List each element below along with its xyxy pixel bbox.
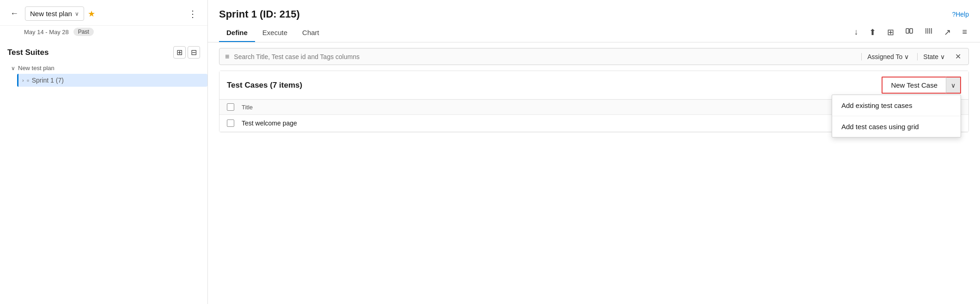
folder-icon: ▫ xyxy=(27,77,29,84)
assigned-to-dropdown[interactable]: Assigned To ∨ xyxy=(861,53,909,60)
row-checkbox[interactable] xyxy=(227,119,234,127)
svg-rect-0 xyxy=(906,29,909,33)
past-badge: Past xyxy=(73,28,94,36)
col-title-header: Title xyxy=(242,104,832,111)
row-title-cell: Test welcome page xyxy=(242,119,832,127)
suite-root-label: New test plan xyxy=(18,65,55,72)
date-row: May 14 - May 28 Past xyxy=(0,26,207,41)
split-view-icon[interactable] xyxy=(903,26,915,38)
state-label: State xyxy=(923,53,938,60)
svg-rect-1 xyxy=(910,29,913,33)
expand-suite-button[interactable]: ⊞ xyxy=(173,46,186,59)
assigned-to-chevron-icon: ∨ xyxy=(904,53,909,60)
grid-view-icon[interactable]: ⊞ xyxy=(885,26,896,38)
tab-chart[interactable]: Chart xyxy=(295,24,327,42)
tab-execute[interactable]: Execute xyxy=(255,24,295,42)
test-suites-label: Test Suites xyxy=(7,48,49,57)
plan-chevron-icon: ∨ xyxy=(75,11,79,17)
filter-settings-icon[interactable]: ≡ xyxy=(960,26,969,38)
plan-name-button[interactable]: New test plan ∨ xyxy=(25,6,84,21)
help-link[interactable]: ?Help xyxy=(952,11,969,18)
main-header: Sprint 1 (ID: 215) ?Help xyxy=(208,0,980,20)
sidebar: ← New test plan ∨ ★ ⋮ May 14 - May 28 Pa… xyxy=(0,0,208,304)
select-all-checkbox[interactable] xyxy=(227,103,234,111)
suite-item-chevron: › xyxy=(22,77,24,83)
download-icon[interactable]: ↓ xyxy=(852,26,860,38)
toolbar-icons: ↓ ⬆ ⊞ ↗ ≡ xyxy=(852,26,969,40)
search-input[interactable] xyxy=(234,53,857,60)
new-test-case-button[interactable]: New Test Case xyxy=(882,77,946,94)
row-checkbox-cell xyxy=(227,119,242,127)
suite-root-item[interactable]: ∨ New test plan xyxy=(7,62,207,74)
sidebar-header: ← New test plan ∨ ★ ⋮ xyxy=(0,0,207,26)
suite-sprint1-item[interactable]: › ▫ Sprint 1 (7) xyxy=(17,74,207,87)
tab-define[interactable]: Define xyxy=(219,24,255,42)
more-options-button[interactable]: ⋮ xyxy=(185,7,200,20)
test-suites-actions: ⊞ ⊟ xyxy=(173,46,200,59)
table-header-row: Test Cases (7 items) New Test Case ∨ Add… xyxy=(219,71,968,100)
main-content: Sprint 1 (ID: 215) ?Help Define Execute … xyxy=(208,0,980,304)
filter-bar: ≡ Assigned To ∨ State ∨ ✕ xyxy=(219,48,969,65)
fullscreen-icon[interactable]: ↗ xyxy=(942,26,953,38)
add-existing-test-cases-item[interactable]: Add existing test cases xyxy=(832,95,961,116)
date-range-label: May 14 - May 28 xyxy=(24,29,69,36)
suite-root-chevron: ∨ xyxy=(11,65,15,72)
tabs-toolbar: Define Execute Chart ↓ ⬆ ⊞ ↗ xyxy=(208,20,980,42)
new-test-case-btn-group: New Test Case ∨ Add existing test cases … xyxy=(882,77,961,94)
new-test-case-dropdown-chevron: ∨ xyxy=(951,82,956,89)
filter-bar-icon: ≡ xyxy=(225,53,229,61)
filter-close-button[interactable]: ✕ xyxy=(953,52,963,61)
suite-item-label: Sprint 1 (7) xyxy=(32,77,64,84)
table-area: Test Cases (7 items) New Test Case ∨ Add… xyxy=(219,71,969,132)
back-button[interactable]: ← xyxy=(7,8,21,19)
state-dropdown[interactable]: State ∨ xyxy=(917,53,945,60)
collapse-suite-button[interactable]: ⊟ xyxy=(188,46,200,59)
new-test-case-dropdown-button[interactable]: ∨ xyxy=(946,77,961,94)
col-checkbox-header xyxy=(227,103,242,111)
new-test-case-dropdown-menu: Add existing test cases Add test cases u… xyxy=(832,95,961,137)
columns-icon[interactable] xyxy=(923,26,935,38)
state-chevron-icon: ∨ xyxy=(940,53,945,60)
plan-name-label: New test plan xyxy=(30,10,72,18)
add-test-cases-grid-item[interactable]: Add test cases using grid xyxy=(832,116,961,137)
test-suites-heading: Test Suites ⊞ ⊟ xyxy=(0,41,207,62)
star-icon[interactable]: ★ xyxy=(88,9,95,19)
table-title: Test Cases (7 items) xyxy=(227,81,302,90)
sprint-title: Sprint 1 (ID: 215) xyxy=(219,8,300,20)
suite-tree: ∨ New test plan › ▫ Sprint 1 (7) xyxy=(0,62,207,87)
assigned-to-label: Assigned To xyxy=(867,53,902,60)
upload-icon[interactable]: ⬆ xyxy=(867,26,878,38)
